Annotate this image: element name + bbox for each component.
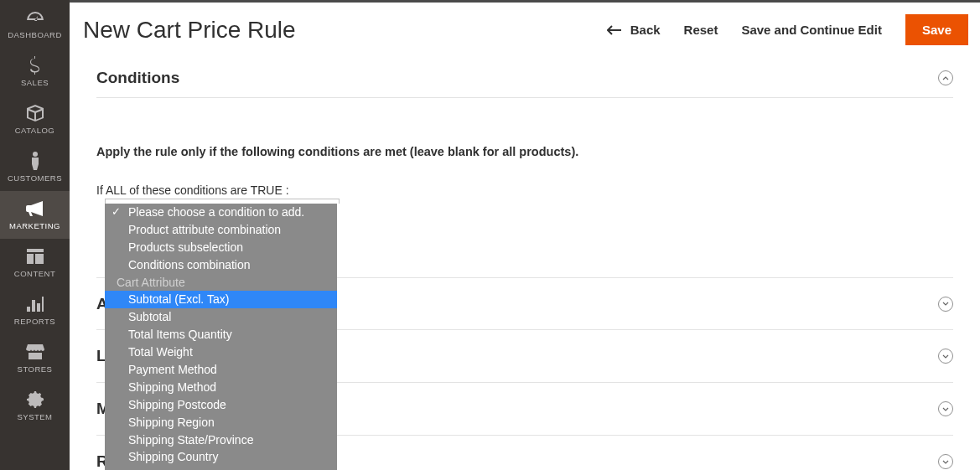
save-button[interactable]: Save	[905, 14, 968, 45]
dd-shipping-region[interactable]: Shipping Region	[105, 414, 337, 431]
dd-placeholder[interactable]: Please choose a condition to add.	[105, 204, 337, 221]
dd-shipping-method[interactable]: Shipping Method	[105, 379, 337, 396]
page-header: New Cart Price Rule Back Reset Save and …	[70, 3, 980, 57]
sidebar-label-dashboard: DASHBOARD	[8, 30, 62, 39]
sidebar-label-reports: REPORTS	[14, 317, 55, 326]
svg-point-0	[33, 152, 38, 157]
back-button[interactable]: Back	[607, 23, 661, 37]
dd-total-items-qty[interactable]: Total Items Quantity	[105, 326, 337, 343]
dd-subtotal-excl-tax[interactable]: Subtotal (Excl. Tax)	[105, 291, 337, 308]
chevron-up-icon	[938, 70, 953, 85]
main-content: New Cart Price Rule Back Reset Save and …	[70, 0, 980, 470]
dd-conditions-combination[interactable]: Conditions combination	[105, 256, 337, 274]
sidebar-label-sales: SALES	[21, 78, 49, 87]
dd-shipping-state[interactable]: Shipping State/Province	[105, 431, 337, 449]
dd-product-attr-combo[interactable]: Product attribute combination	[105, 221, 337, 239]
sidebar-item-stores[interactable]: STORES	[0, 334, 70, 382]
sidebar-label-catalog: CATALOG	[15, 126, 55, 135]
sidebar-item-content[interactable]: CONTENT	[0, 239, 70, 287]
sidebar-label-customers: CUSTOMERS	[8, 173, 62, 183]
sidebar-label-content: CONTENT	[14, 269, 55, 278]
sidebar-item-reports[interactable]: REPORTS	[0, 287, 70, 334]
sidebar-label-marketing: MARKETING	[9, 221, 60, 230]
dollar-icon	[29, 56, 41, 75]
box-icon	[26, 104, 44, 122]
dd-payment-method[interactable]: Payment Method	[105, 361, 337, 379]
condition-dropdown[interactable]: Please choose a condition to add. Produc…	[105, 202, 337, 470]
store-icon	[26, 343, 44, 361]
sidebar-item-system[interactable]: SYSTEM	[0, 382, 70, 430]
sidebar: DASHBOARD SALES CATALOG CUSTOMERS MARKET…	[0, 0, 70, 470]
dd-group-cart-attribute: Cart Attribute	[105, 274, 337, 292]
sidebar-label-system: SYSTEM	[17, 412, 52, 421]
dd-subtotal[interactable]: Subtotal	[105, 308, 337, 326]
rule-value[interactable]: TRUE	[251, 183, 283, 197]
rule-line: If ALL of these conditions are TRUE : Pl…	[96, 183, 953, 197]
person-icon	[30, 152, 40, 170]
dd-shipping-country[interactable]: Shipping Country	[105, 448, 337, 466]
dd-total-weight[interactable]: Total Weight	[105, 343, 337, 361]
save-continue-button[interactable]: Save and Continue Edit	[741, 23, 882, 37]
sidebar-item-dashboard[interactable]: DASHBOARD	[0, 0, 70, 48]
layout-icon	[27, 247, 44, 266]
dashboard-icon	[25, 8, 45, 27]
chevron-down-icon	[938, 349, 953, 364]
chart-icon	[27, 295, 44, 313]
gear-icon	[27, 390, 44, 409]
page-title: New Cart Price Rule	[83, 17, 607, 44]
megaphone-icon	[26, 199, 44, 218]
dd-shipping-postcode[interactable]: Shipping Postcode	[105, 396, 337, 414]
back-label: Back	[630, 23, 661, 37]
chevron-down-icon	[938, 297, 953, 312]
chevron-down-icon	[938, 401, 953, 416]
dd-products-subselection[interactable]: Products subselection	[105, 239, 337, 256]
sidebar-item-customers[interactable]: CUSTOMERS	[0, 143, 70, 191]
conditions-instruction: Apply the rule only if the following con…	[96, 145, 953, 158]
conditions-title: Conditions	[96, 69, 179, 87]
reset-button[interactable]: Reset	[684, 23, 718, 37]
sidebar-item-catalog[interactable]: CATALOG	[0, 96, 70, 143]
sidebar-label-stores: STORES	[18, 364, 53, 374]
rule-aggregator[interactable]: ALL	[106, 183, 126, 197]
arrow-left-icon	[607, 25, 622, 35]
sidebar-item-sales[interactable]: SALES	[0, 48, 70, 96]
dd-customer-segment[interactable]: Customer Segment	[105, 466, 337, 470]
sidebar-item-marketing[interactable]: MARKETING	[0, 191, 70, 239]
chevron-down-icon	[938, 454, 953, 469]
conditions-section-header[interactable]: Conditions	[96, 65, 953, 98]
